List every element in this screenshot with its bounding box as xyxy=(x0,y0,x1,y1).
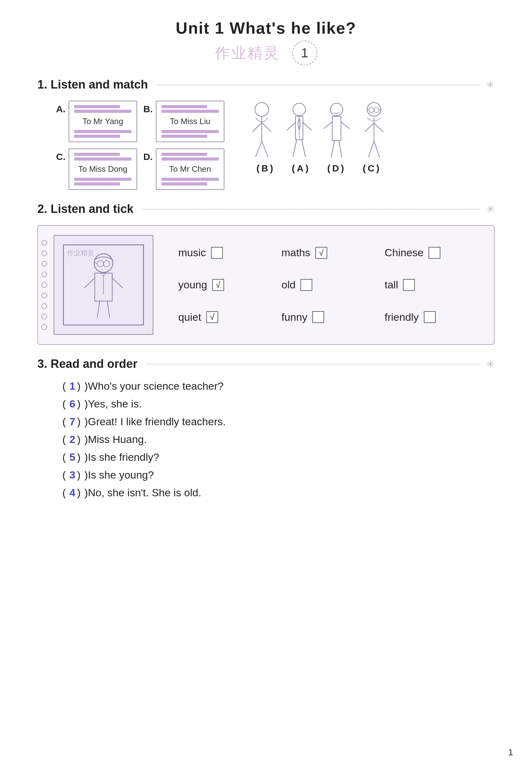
paren-close-1: ) xyxy=(77,380,80,392)
section3-header: 3. Read and order ✳ xyxy=(37,357,495,371)
svg-point-21 xyxy=(369,108,374,113)
checkbox-item-friendly: friendly xyxy=(385,311,478,323)
checkbox-label-music: music xyxy=(178,247,206,259)
card-line xyxy=(161,182,207,185)
checkbox-label-tall: tall xyxy=(385,279,398,291)
svg-line-9 xyxy=(287,123,295,130)
checkbox-label-maths: maths xyxy=(281,247,310,259)
checkbox-funny[interactable] xyxy=(312,311,324,323)
answer-4: ( C ) xyxy=(363,163,380,174)
character-4-svg xyxy=(355,101,393,160)
checkbox-label-quiet: quiet xyxy=(178,311,201,323)
card-b-text: To Miss Liu xyxy=(161,115,219,128)
watermark-row: 作业精灵 1 xyxy=(37,41,495,65)
card-line xyxy=(161,178,219,181)
section1-header: 1. Listen and match ✳ xyxy=(37,78,495,91)
watermark-text: 作业精灵 xyxy=(215,43,280,63)
checkbox-item-maths: maths √ xyxy=(281,247,375,259)
order-item-2: ( 6 ) )Yes, she is. xyxy=(62,398,495,410)
order-number-6: 3 xyxy=(68,469,77,481)
section3-star-icon: ✳ xyxy=(486,358,495,370)
paren-open: ( xyxy=(292,163,295,174)
spiral-ring xyxy=(41,272,47,277)
character-3-svg xyxy=(318,101,355,160)
order-number-2: 6 xyxy=(68,398,77,410)
order-number-5: 5 xyxy=(68,451,77,463)
svg-line-39 xyxy=(97,301,100,318)
order-text-7: )No, she isn't. She is old. xyxy=(84,487,201,499)
checkbox-quiet[interactable]: √ xyxy=(206,311,218,323)
svg-line-11 xyxy=(293,140,297,157)
checkbox-old[interactable] xyxy=(300,279,312,291)
checkbox-label-old: old xyxy=(281,279,295,291)
order-item-6: ( 3 ) )Is she young? xyxy=(62,469,495,481)
checkbox-item-music: music xyxy=(178,247,272,259)
notebook-image: 作业精灵 xyxy=(54,235,153,335)
section2-title: 2. Listen and tick xyxy=(37,202,133,216)
checkbox-label-friendly: friendly xyxy=(385,311,419,323)
characters-row xyxy=(243,101,393,160)
card-line xyxy=(74,182,120,185)
card-wrapper-a: A. To Mr Yang xyxy=(56,101,137,142)
answer-3: ( D ) xyxy=(327,163,344,174)
card-label-c: C. xyxy=(56,148,65,162)
order-item-1: ( 1 ) )Who's your science teacher? xyxy=(62,380,495,392)
card-line xyxy=(161,105,207,108)
checkbox-maths[interactable]: √ xyxy=(315,247,327,259)
circle-number: 1 xyxy=(292,41,317,65)
svg-line-28 xyxy=(374,123,383,132)
spiral-ring xyxy=(41,240,47,246)
paren-open-1: ( xyxy=(62,380,66,392)
order-item-3: ( 7 ) )Great! I like friendly teachers. xyxy=(62,416,495,428)
svg-point-6 xyxy=(293,103,305,116)
svg-line-37 xyxy=(84,278,95,288)
order-text-6: )Is she young? xyxy=(84,469,154,481)
paren-open: ( xyxy=(256,163,260,174)
svg-line-5 xyxy=(262,141,268,157)
checkbox-label-funny: funny xyxy=(281,311,307,323)
checkbox-item-funny: funny xyxy=(281,311,375,323)
svg-line-10 xyxy=(303,123,312,130)
card-line xyxy=(74,130,132,133)
order-item-5: ( 5 ) )Is she friendly? xyxy=(62,451,495,463)
answer-val-4: C xyxy=(368,163,375,174)
answer-2: ( A ) xyxy=(292,163,309,174)
checkbox-chinese[interactable] xyxy=(429,247,440,259)
paren-close: ) xyxy=(376,163,379,174)
card-line xyxy=(161,157,219,161)
answer-1: ( B ) xyxy=(256,163,273,174)
character-2-svg xyxy=(280,101,318,160)
listen-tick-content: 作业精灵 xyxy=(37,225,495,345)
svg-line-18 xyxy=(331,141,334,157)
paren-close-2: ) xyxy=(77,398,80,410)
section2-star-icon: ✳ xyxy=(486,203,495,215)
svg-point-14 xyxy=(330,103,343,116)
paren-close: ) xyxy=(305,163,309,174)
spiral-ring xyxy=(41,251,47,256)
checkbox-music[interactable] xyxy=(211,247,223,259)
card-line xyxy=(161,110,219,113)
card-line xyxy=(74,178,132,181)
order-number-1: 1 xyxy=(68,380,77,392)
checkbox-item-tall: tall xyxy=(385,279,478,291)
spiral-ring xyxy=(41,293,47,298)
order-item-4: ( 2 ) )Miss Huang. xyxy=(62,433,495,445)
section3-title: 3. Read and order xyxy=(37,357,137,371)
svg-line-16 xyxy=(324,122,332,129)
checkbox-young[interactable]: √ xyxy=(212,279,224,291)
card-line xyxy=(161,130,219,133)
spiral-ring xyxy=(41,324,47,330)
checkbox-label-young: young xyxy=(178,279,207,291)
card-d: To Mr Chen xyxy=(156,148,224,190)
checkbox-tall[interactable] xyxy=(403,279,415,291)
svg-point-32 xyxy=(97,261,103,267)
characters-area: ( B ) ( A ) ( D ) ( C ) xyxy=(243,101,393,174)
checkbox-friendly[interactable] xyxy=(424,311,436,323)
order-text-4: )Miss Huang. xyxy=(84,433,147,445)
answer-val-2: A xyxy=(297,163,304,174)
checkbox-item-chinese: Chinese xyxy=(385,247,478,259)
card-wrapper-c: C. To Miss Dong xyxy=(56,148,137,190)
checkbox-item-old: old xyxy=(281,279,375,291)
card-line xyxy=(161,153,207,156)
spiral-ring xyxy=(41,314,47,319)
